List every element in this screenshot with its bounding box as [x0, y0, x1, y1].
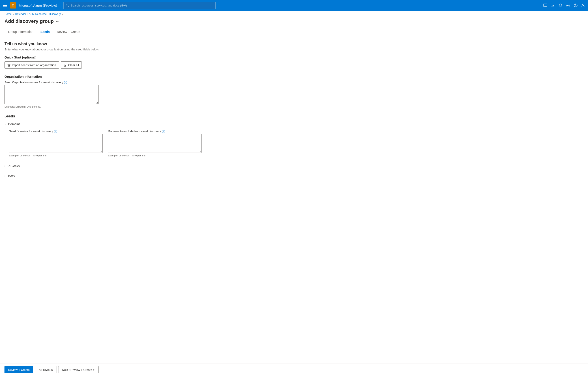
domains-content: Seed Domains for asset discovery i Examp… [4, 127, 201, 159]
exclude-domains-hint: Example: office.com | One per line. [108, 154, 201, 157]
breadcrumb-sep-1: › [13, 13, 14, 15]
exclude-domains-field-group: Domains to exclude from asset discovery … [108, 129, 201, 157]
clear-all-button[interactable]: Clear all [61, 61, 82, 69]
org-names-info-icon[interactable]: i [64, 81, 67, 84]
page-title: Add discovery group [4, 18, 54, 24]
section-title: Tell us what you know [4, 42, 201, 46]
svg-point-9 [576, 6, 576, 7]
hosts-collapsible: › Hosts [4, 173, 201, 179]
ip-blocks-collapsible: › IP Blocks [4, 163, 201, 169]
screen-icon[interactable] [543, 3, 547, 7]
breadcrumb-sep-2: › [62, 13, 63, 15]
hamburger-menu[interactable] [3, 3, 7, 8]
svg-point-10 [582, 4, 584, 6]
org-names-input[interactable] [4, 85, 98, 104]
svg-line-1 [68, 6, 69, 7]
tab-seeds[interactable]: Seeds [37, 28, 53, 36]
user-icon[interactable] [581, 3, 585, 7]
topbar: ⚙ Microsoft Azure (Preview) [0, 0, 588, 11]
quickstart-buttons: Import seeds from an organization Clear … [4, 61, 201, 69]
seeds-heading: Seeds [4, 114, 201, 118]
search-bar[interactable] [63, 2, 216, 9]
breadcrumb-home[interactable]: Home [4, 12, 12, 16]
domains-collapsible: ⌄ Domains Seed Domains for asset discove… [4, 121, 201, 159]
help-icon[interactable] [574, 3, 578, 7]
org-info-heading: Organization information [4, 75, 201, 78]
hosts-chevron-icon: › [4, 174, 5, 178]
org-names-hint: Example: LinkedIn | One per line. [4, 105, 98, 108]
svg-rect-12 [64, 64, 66, 66]
main-content: Tell us what you know Enter what you kno… [0, 36, 206, 189]
tabs-container: Group Information Seeds Review + Create [0, 28, 588, 36]
svg-point-7 [567, 5, 568, 6]
svg-point-0 [66, 4, 68, 6]
brand-name: Microsoft Azure (Preview) [19, 4, 57, 7]
topbar-actions [543, 3, 585, 7]
seed-domains-hint: Example: office.com | One per line. [9, 154, 103, 157]
breadcrumb: Home › Defender EASM Resource | Discover… [0, 11, 588, 18]
org-names-field-group: Seed Organization names for asset discov… [4, 81, 98, 108]
divider-2 [4, 171, 201, 171]
seed-domains-info-icon[interactable]: i [54, 130, 57, 133]
quickstart-section: Quick Start (optional) Import seeds from… [4, 55, 201, 69]
breadcrumb-discovery[interactable]: Defender EASM Resource | Discovery [15, 12, 61, 16]
ip-blocks-chevron-icon: › [4, 164, 5, 168]
tab-group-information[interactable]: Group Information [4, 28, 37, 36]
import-seeds-button[interactable]: Import seeds from an organization [4, 61, 59, 69]
svg-rect-2 [544, 4, 547, 7]
tab-review-create[interactable]: Review + Create [53, 28, 84, 36]
gear-icon[interactable] [566, 3, 570, 7]
domains-chevron-icon: ⌄ [4, 123, 7, 126]
trash-icon [63, 64, 67, 66]
search-input[interactable] [71, 4, 213, 7]
hosts-header[interactable]: › Hosts [4, 173, 201, 179]
org-names-label: Seed Organization names for asset discov… [4, 81, 98, 84]
org-info-section: Organization information Seed Organizati… [4, 75, 201, 108]
seed-domains-label: Seed Domains for asset discovery i [9, 129, 103, 133]
app-icon: ⚙ [10, 2, 16, 9]
seed-domains-input[interactable] [9, 134, 103, 153]
download-icon[interactable] [551, 3, 555, 7]
domains-fields: Seed Domains for asset discovery i Examp… [9, 129, 201, 157]
svg-point-6 [560, 7, 561, 7]
search-icon [66, 4, 69, 7]
quickstart-heading: Quick Start (optional) [4, 55, 201, 59]
exclude-domains-input[interactable] [108, 134, 201, 153]
exclude-domains-label: Domains to exclude from asset discovery … [108, 129, 201, 133]
bell-icon[interactable] [558, 3, 562, 7]
domains-header[interactable]: ⌄ Domains [4, 121, 201, 127]
import-icon [7, 64, 10, 66]
ip-blocks-header[interactable]: › IP Blocks [4, 163, 201, 169]
page-more-menu[interactable]: ··· [56, 19, 59, 24]
seed-domains-field-group: Seed Domains for asset discovery i Examp… [9, 129, 103, 157]
page-header: Add discovery group ··· [0, 18, 588, 28]
section-desc: Enter what you know about your organizat… [4, 48, 201, 51]
seeds-section: Seeds ⌄ Domains Seed Domains for asset d… [4, 114, 201, 179]
exclude-domains-info-icon[interactable]: i [162, 130, 165, 133]
